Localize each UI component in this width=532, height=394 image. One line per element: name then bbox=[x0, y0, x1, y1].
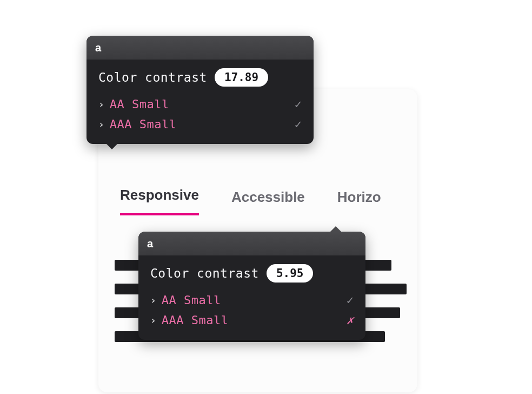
tooltip-arrow-icon bbox=[106, 143, 118, 149]
contrast-level-label: AA Small bbox=[162, 293, 221, 307]
chevron-right-icon: › bbox=[150, 314, 156, 326]
tooltip-body: Color contrast 5.95 › AA Small ✓ › AAA S… bbox=[138, 255, 365, 340]
contrast-row-aaa[interactable]: › AAA Small ✗ bbox=[150, 310, 354, 330]
contrast-level-label: AAA Small bbox=[110, 117, 177, 131]
contrast-ratio-badge: 5.95 bbox=[267, 264, 314, 283]
chevron-right-icon: › bbox=[98, 98, 104, 110]
tooltip-arrow-icon bbox=[330, 226, 342, 232]
contrast-level-label: AAA Small bbox=[162, 313, 229, 327]
tab-responsive[interactable]: Responsive bbox=[120, 187, 199, 215]
contrast-level-label: AA Small bbox=[110, 97, 169, 111]
tooltip-title-row: Color contrast 17.89 bbox=[98, 68, 302, 87]
tooltip-title: Color contrast bbox=[150, 266, 259, 280]
contrast-row-aa[interactable]: › AA Small ✓ bbox=[150, 290, 354, 310]
check-icon: ✓ bbox=[295, 97, 302, 111]
tooltip-header: a bbox=[87, 36, 314, 60]
text-sample-icon: a bbox=[147, 238, 153, 250]
cross-icon: ✗ bbox=[347, 313, 354, 327]
text-sample-icon: a bbox=[95, 42, 101, 54]
tooltip-title-row: Color contrast 5.95 bbox=[150, 264, 354, 283]
contrast-ratio-badge: 17.89 bbox=[215, 68, 268, 87]
tab-horizontal[interactable]: Horizo bbox=[337, 189, 381, 215]
contrast-row-aaa[interactable]: › AAA Small ✓ bbox=[98, 114, 302, 134]
chevron-right-icon: › bbox=[150, 294, 156, 306]
tooltip-header: a bbox=[138, 232, 365, 255]
check-icon: ✓ bbox=[295, 117, 302, 131]
contrast-row-aa[interactable]: › AA Small ✓ bbox=[98, 94, 302, 114]
tab-accessible[interactable]: Accessible bbox=[231, 189, 305, 215]
check-icon: ✓ bbox=[347, 293, 354, 307]
tooltip-title: Color contrast bbox=[98, 70, 207, 84]
tooltip-body: Color contrast 17.89 › AA Small ✓ › AAA … bbox=[87, 60, 314, 144]
contrast-tooltip-accessible: a Color contrast 5.95 › AA Small ✓ › AAA… bbox=[138, 232, 365, 340]
chevron-right-icon: › bbox=[98, 119, 104, 130]
contrast-tooltip-responsive: a Color contrast 17.89 › AA Small ✓ › AA… bbox=[87, 36, 314, 144]
